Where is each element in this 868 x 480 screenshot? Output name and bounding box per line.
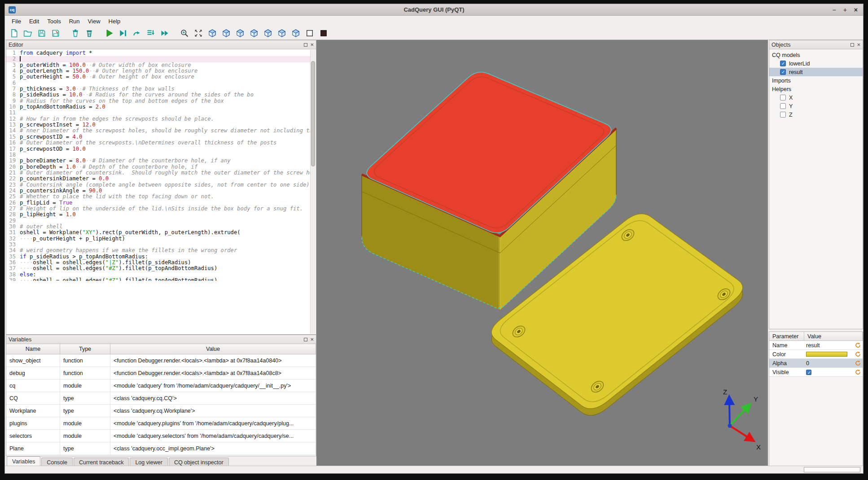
fit-all-icon[interactable]: [192, 27, 205, 39]
param-value[interactable]: [804, 352, 854, 357]
debug-icon[interactable]: [117, 27, 129, 39]
reset-icon[interactable]: [854, 342, 861, 348]
code-editor[interactable]: 1from cadquery import *23p_outerWidth = …: [6, 49, 316, 334]
code-line[interactable]: 12# How far in from the edges the screwp…: [6, 116, 310, 122]
reset-icon[interactable]: [854, 369, 861, 375]
code-line[interactable]: 25# Whether to place the lid with the to…: [6, 194, 310, 200]
code-line[interactable]: 13p_screwpostInset = 12.0: [6, 122, 310, 128]
code-line[interactable]: 36····oshell = oshell.edges("|Z").fillet…: [6, 260, 310, 266]
tree-result[interactable]: result: [769, 68, 863, 76]
code-line[interactable]: 29: [6, 218, 310, 224]
code-line[interactable]: 11: [6, 110, 310, 116]
tab-log-viewer[interactable]: Log viewer: [130, 458, 167, 467]
editor-scrollbar-thumb[interactable]: [311, 61, 315, 166]
tab-variables[interactable]: Variables: [7, 456, 40, 467]
checkbox-lowerlid[interactable]: [780, 61, 786, 66]
editor-close-button[interactable]: ×: [310, 42, 314, 48]
tree-helpers[interactable]: Helpers: [769, 85, 863, 93]
code-line[interactable]: 17p_screwpostOD = 10.0: [6, 146, 310, 152]
code-line[interactable]: 39····oshell = oshell.edges("#Z").fillet…: [6, 278, 310, 281]
code-line[interactable]: 15p_screwpostID = 4.0: [6, 134, 310, 140]
reset-icon[interactable]: [854, 351, 861, 357]
minimize-button[interactable]: −: [832, 7, 836, 13]
code-line[interactable]: 7p_thickness = 3.0··# Thickness of the b…: [6, 86, 310, 92]
3d-viewport[interactable]: Z Y X: [316, 40, 768, 467]
code-line[interactable]: 30# outer shell: [6, 224, 310, 230]
checkbox-x[interactable]: [780, 95, 786, 100]
checkbox-result[interactable]: [780, 69, 786, 75]
param-row-alpha[interactable]: Alpha0: [769, 359, 863, 368]
save-file-icon[interactable]: [35, 27, 48, 39]
variable-row[interactable]: show_objectfunction<function Debugger.re…: [6, 354, 316, 367]
code-line[interactable]: 3p_outerWidth = 100.0··# Outer width of …: [6, 62, 310, 68]
tab-cq-object-inspector[interactable]: CQ object inspector: [169, 458, 229, 467]
code-line[interactable]: 27# Height of lip on the underside of th…: [6, 206, 310, 212]
maximize-button[interactable]: +: [843, 7, 847, 13]
front-view-icon[interactable]: [220, 27, 232, 39]
code-line[interactable]: 24p_countersinkAngle = 90.0: [6, 188, 310, 194]
editor-float-button[interactable]: [304, 43, 307, 47]
menu-tools[interactable]: Tools: [43, 17, 65, 26]
code-line[interactable]: 20p_boreDepth = 1.0··# Depth of the coun…: [6, 164, 310, 170]
step-icon[interactable]: [131, 27, 143, 39]
variable-row[interactable]: CQtype<class 'cadquery.cq.CQ'>: [6, 392, 316, 405]
3d-scene[interactable]: Z Y X: [316, 40, 768, 467]
open-file-icon[interactable]: [22, 27, 34, 39]
objects-float-button[interactable]: [850, 43, 854, 47]
code-line[interactable]: 16# Outer Diameter of the screwposts.\nD…: [6, 140, 310, 146]
menu-view[interactable]: View: [84, 17, 105, 26]
code-line[interactable]: 19p_boreDiameter = 8.0··# Diameter of th…: [6, 158, 310, 164]
variables-float-button[interactable]: [304, 338, 307, 341]
tree-imports[interactable]: Imports: [769, 76, 863, 85]
code-line[interactable]: 21# Outer diameter of countersink. Shoul…: [6, 170, 310, 176]
code-line[interactable]: 38else:: [6, 272, 310, 278]
tree-lowerlid[interactable]: lowerLid: [769, 59, 863, 68]
param-value[interactable]: result: [804, 342, 854, 349]
variable-row[interactable]: cqmodule<module 'cadquery' from '/home/a…: [6, 380, 316, 392]
code-line[interactable]: 14# nner Diameter of the screwpost holes…: [6, 128, 310, 134]
menu-edit[interactable]: Edit: [25, 17, 43, 26]
code-line[interactable]: 6: [6, 80, 310, 86]
variable-row[interactable]: Planetype<class 'cadquery.occ_impl.geom.…: [6, 442, 316, 455]
param-row-name[interactable]: Nameresult: [769, 341, 863, 350]
close-button[interactable]: ×: [854, 7, 858, 13]
tree-z[interactable]: Z: [769, 110, 863, 119]
param-row-visible[interactable]: Visible: [769, 368, 863, 377]
color-swatch[interactable]: [806, 352, 847, 357]
continue-icon[interactable]: [158, 27, 171, 39]
new-file-icon[interactable]: [8, 27, 20, 39]
variable-row[interactable]: debugfunction<function Debugger.render.<…: [6, 367, 316, 380]
zoom-icon[interactable]: [178, 27, 191, 39]
code-line[interactable]: 9# Radius for the curves on the top and …: [6, 98, 310, 104]
tree-cq-models[interactable]: CQ models: [769, 51, 863, 59]
variable-row[interactable]: pluginsmodule<module 'cadquery.plugins' …: [6, 417, 316, 430]
param-value[interactable]: [804, 370, 854, 375]
code-line[interactable]: 37····oshell = oshell.edges("#Z").fillet…: [6, 266, 310, 271]
code-line[interactable]: 32····p_outerHeight + p_lipHeight): [6, 236, 310, 242]
code-line[interactable]: 4p_outerLength = 150.0··# Outer length o…: [6, 68, 310, 74]
shaded-view-icon[interactable]: [317, 27, 330, 39]
variables-header-type[interactable]: Type: [60, 344, 110, 354]
delete-icon[interactable]: [83, 27, 96, 39]
variables-header-name[interactable]: Name: [6, 344, 60, 354]
save-as-icon[interactable]: [49, 27, 62, 39]
tree-y[interactable]: Y: [769, 102, 863, 110]
variables-close-button[interactable]: ×: [310, 336, 314, 342]
top-view-icon[interactable]: [276, 27, 288, 39]
tab-console[interactable]: Console: [41, 458, 73, 467]
variables-header-value[interactable]: Value: [110, 344, 316, 354]
variable-row[interactable]: selectorsmodule<module 'cadquery.selecto…: [6, 430, 316, 442]
variable-row[interactable]: Workplanetype<class 'cadquery.cq.Workpla…: [6, 405, 316, 417]
clear-icon[interactable]: [69, 27, 82, 39]
visible-checkbox[interactable]: [806, 370, 811, 375]
code-line[interactable]: 8p_sideRadius = 10.0··# Radius for the c…: [6, 92, 310, 98]
menu-help[interactable]: Help: [105, 17, 125, 26]
menu-file[interactable]: File: [8, 17, 25, 26]
checkbox-z[interactable]: [780, 112, 786, 118]
code-line[interactable]: 10p_topAndBottomRadius = 2.0: [6, 104, 310, 110]
iso-view-icon[interactable]: [206, 27, 219, 39]
code-line[interactable]: 22p_countersinkDiameter = 0.0: [6, 176, 310, 182]
code-lines[interactable]: 1from cadquery import *23p_outerWidth = …: [6, 50, 310, 281]
reset-icon[interactable]: [854, 360, 861, 366]
step-into-icon[interactable]: [145, 27, 157, 39]
